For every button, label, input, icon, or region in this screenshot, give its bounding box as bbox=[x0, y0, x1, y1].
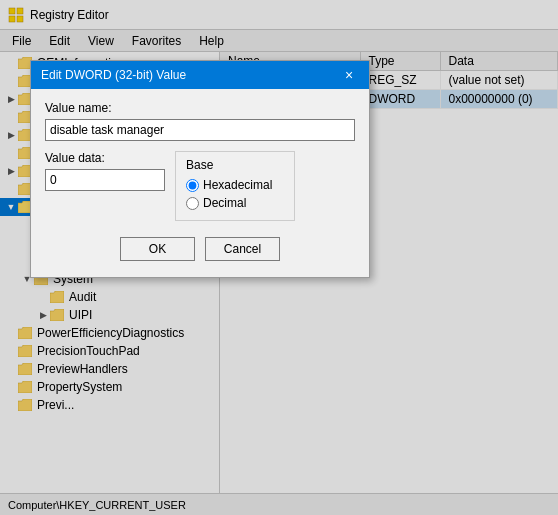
base-group: Base Hexadecimal Decimal bbox=[175, 151, 295, 221]
decimal-radio[interactable] bbox=[186, 197, 199, 210]
value-data-section: Value data: bbox=[45, 151, 165, 221]
edit-dword-dialog: Edit DWORD (32-bit) Value × Value name: … bbox=[30, 60, 370, 278]
value-data-input[interactable] bbox=[45, 169, 165, 191]
dialog-title: Edit DWORD (32-bit) Value bbox=[41, 68, 186, 82]
dialog-title-bar: Edit DWORD (32-bit) Value × bbox=[31, 61, 369, 89]
hexadecimal-label: Hexadecimal bbox=[203, 178, 272, 192]
ok-button[interactable]: OK bbox=[120, 237, 195, 261]
dialog-buttons: OK Cancel bbox=[45, 231, 355, 265]
hexadecimal-option[interactable]: Hexadecimal bbox=[186, 178, 284, 192]
decimal-label: Decimal bbox=[203, 196, 246, 210]
decimal-option[interactable]: Decimal bbox=[186, 196, 284, 210]
dialog-overlay: Edit DWORD (32-bit) Value × Value name: … bbox=[0, 0, 558, 515]
hexadecimal-radio[interactable] bbox=[186, 179, 199, 192]
cancel-button[interactable]: Cancel bbox=[205, 237, 280, 261]
value-name-label: Value name: bbox=[45, 101, 355, 115]
value-data-label: Value data: bbox=[45, 151, 165, 165]
value-name-input[interactable] bbox=[45, 119, 355, 141]
dialog-body: Value name: Value data: Base Hexadecimal bbox=[31, 89, 369, 277]
dialog-close-button[interactable]: × bbox=[339, 65, 359, 85]
base-label: Base bbox=[186, 158, 284, 172]
data-base-row: Value data: Base Hexadecimal Decimal bbox=[45, 151, 355, 221]
